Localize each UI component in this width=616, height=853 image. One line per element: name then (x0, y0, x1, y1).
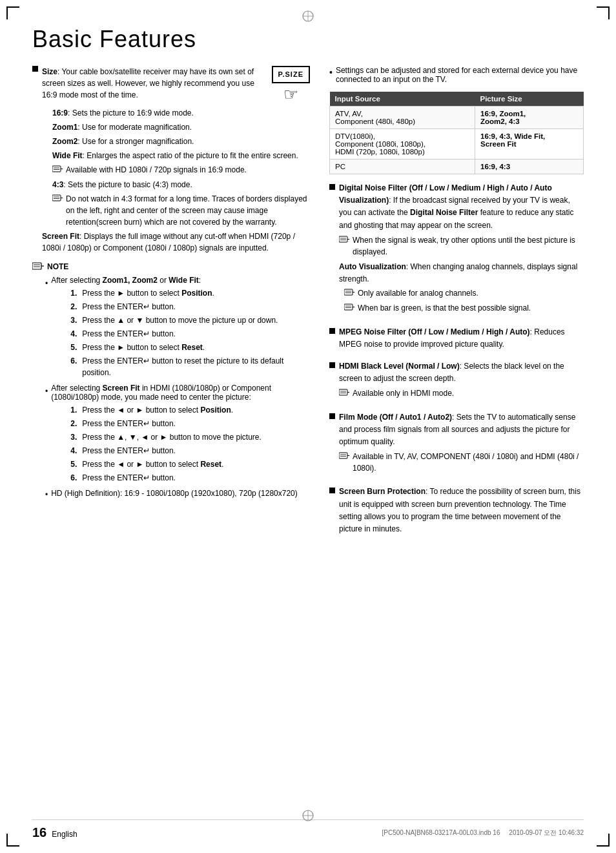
mpeg-noise-section: MPEG Noise Filter (Off / Low / Medium / … (329, 326, 584, 351)
svg-rect-28 (339, 453, 347, 458)
size-zoom1-item: Zoom1: Use for moderate magnification. (52, 121, 310, 133)
sf-num-4: 4. (70, 445, 82, 457)
auto-viz-note2: When bar is green, is that the best poss… (344, 302, 584, 314)
page-title: Basic Features (32, 26, 584, 53)
film-mode-text: Film Mode (Off / Auto1 / Auto2): Sets th… (339, 411, 584, 477)
screen-burn-header: Screen Burn Protection: To reduce the po… (329, 486, 584, 535)
corner-bl (6, 834, 19, 847)
zoom-step-4: 4. Press the ENTER↵ button. (70, 328, 310, 340)
table-cell-atv-input: ATV, AV,Component (480i, 480p) (330, 107, 475, 129)
digital-noise-header: Digital Noise Filter (Off / Low / Medium… (329, 182, 584, 317)
step-text-4: Press the ENTER↵ button. (82, 328, 176, 340)
hdmi-black-header: HDMI Black Level (Normal / Low): Selects… (329, 360, 584, 402)
bullet-sq-burn (329, 488, 335, 493)
size-section: Size: Your cable box/satellite receiver … (32, 66, 310, 256)
digital-noise-section: Digital Noise Filter (Off / Low / Medium… (329, 182, 584, 317)
bottom-compass-icon (302, 809, 314, 824)
top-compass-icon (302, 10, 314, 25)
screen-burn-section: Screen Burn Protection: To reduce the po… (329, 486, 584, 535)
settings-note: • Settings can be adjusted and stored fo… (329, 66, 584, 84)
film-mode-section: Film Mode (Off / Auto1 / Auto2): Sets th… (329, 411, 584, 477)
footer-date: 2010-09-07 오전 10:46:32 (509, 829, 584, 836)
sf-step-5: 5. Press the ◄ or ► button to select Res… (70, 458, 310, 470)
sf-step-3: 3. Press the ▲, ▼, ◄ or ► button to move… (70, 431, 310, 443)
hdmi-black-text: HDMI Black Level (Normal / Low): Selects… (339, 360, 584, 402)
pencil-digital-1 (339, 235, 349, 247)
page-number: 16 (32, 825, 46, 839)
sf-num-6: 6. (70, 472, 82, 484)
screen-fit-item: Screen Fit: Displays the full image with… (42, 231, 310, 254)
page-number-area: 16 English (32, 825, 77, 840)
settings-note-text: Settings can be adjusted and stored for … (336, 66, 584, 84)
step-num-1: 1. (70, 287, 82, 299)
note-bullet-3: • HD (High Definition): 16:9 - 1080i/108… (45, 489, 310, 499)
screenfit-steps: 1. Press the ◄ or ► button to select Pos… (70, 404, 310, 484)
note-section: NOTE • After selecting Zoom1, Zoom2 or W… (32, 262, 310, 499)
right-column: • Settings can be adjusted and stored fo… (329, 66, 584, 544)
hd-def-text: HD (High Definition): 16:9 - 1080i/1080p… (51, 489, 298, 498)
step-num-6: 6. (70, 355, 82, 378)
zoom-steps: 1. Press the ► button to select Position… (70, 287, 310, 378)
mpeg-noise-text: MPEG Noise Filter (Off / Low / Medium / … (339, 326, 584, 351)
digital-noise-note1: When the signal is weak, try other optio… (339, 234, 584, 258)
psize-button: P.SIZE (272, 66, 310, 83)
page: Basic Features Size: Your cable box/sate… (0, 0, 616, 853)
table-row-atv: ATV, AV,Component (480i, 480p) 16:9, Zoo… (330, 107, 584, 129)
bullet-sq-hdmi (329, 362, 335, 368)
pencil-hdmi-1 (339, 388, 349, 400)
zoom-step-3: 3. Press the ▲ or ▼ button to move the p… (70, 314, 310, 326)
film-note1-text: Available in TV, AV, COMPONENT (480i / 1… (353, 451, 584, 474)
43-note-text: Do not watch in 4:3 format for a long ti… (66, 193, 310, 228)
svg-rect-12 (339, 236, 347, 242)
note-body: • After selecting Zoom1, Zoom2 or Wide F… (45, 276, 310, 499)
note-bullet-1: • After selecting Zoom1, Zoom2 or Wide F… (45, 276, 310, 380)
hd-note: Available with HD 1080i / 720p signals i… (52, 164, 310, 176)
size-text: Size: Your cable box/satellite receiver … (42, 66, 265, 101)
corner-tr (597, 6, 610, 19)
table-cell-pc-input: PC (330, 159, 475, 174)
digital-noise-text: Digital Noise Filter (Off / Low / Medium… (339, 182, 584, 317)
step-text-5: Press the ► button to select Reset. (82, 342, 205, 353)
film-note1: Available in TV, AV, COMPONENT (480i / 1… (339, 451, 584, 474)
hd-note-text: Available with HD 1080i / 720p signals i… (66, 164, 247, 176)
film-mode-header: Film Mode (Off / Auto1 / Auto2): Sets th… (329, 411, 584, 477)
svg-rect-8 (32, 263, 41, 269)
sf-text-2: Press the ENTER↵ button. (82, 418, 176, 429)
size-desc: : Your cable box/satellite receiver may … (42, 67, 254, 99)
table-row-dtv: DTV(1080i),Component (1080i, 1080p),HDMI… (330, 129, 584, 159)
sf-num-2: 2. (70, 418, 82, 429)
screen-burn-text: Screen Burn Protection: To reduce the po… (339, 486, 584, 535)
hdmi-note1-text: Available only in HDMI mode. (353, 387, 454, 399)
pencil-auto-1 (344, 288, 354, 300)
auto-visualization-text: Auto Visualization: When changing analog… (339, 261, 584, 285)
sf-text-1: Press the ◄ or ► button to select Positi… (82, 404, 233, 416)
table-cell-dtv-input: DTV(1080i),Component (1080i, 1080p),HDMI… (330, 129, 475, 159)
sf-num-3: 3. (70, 431, 82, 443)
sf-text-4: Press the ENTER↵ button. (82, 445, 176, 457)
note-bullet-2-content: After selecting Screen Fit in HDMI (1080… (51, 384, 310, 486)
note-b1-text: After selecting Zoom1, Zoom2 or Wide Fit… (51, 276, 201, 285)
corner-tl (6, 6, 19, 19)
svg-rect-4 (52, 195, 61, 201)
svg-rect-24 (339, 389, 347, 395)
page-lang: English (52, 830, 77, 839)
svg-rect-16 (344, 289, 353, 295)
bullet-sq-mpeg (329, 328, 335, 334)
bullet-dot-1: • (45, 279, 48, 288)
step-text-6: Press the ENTER↵ button to reset the pic… (82, 355, 310, 378)
mpeg-noise-header: MPEG Noise Filter (Off / Low / Medium / … (329, 326, 584, 351)
bullet-square-size (32, 66, 38, 72)
size-widefit-item: Wide Fit: Enlarges the aspect ratio of t… (52, 150, 310, 161)
svg-rect-0 (52, 166, 61, 172)
step-num-2: 2. (70, 301, 82, 313)
step-text-1: Press the ► button to select Position. (82, 287, 214, 299)
size-content: Size: Your cable box/satellite receiver … (42, 66, 310, 256)
zoom-step-6: 6. Press the ENTER↵ button to reset the … (70, 355, 310, 378)
bullet-dot-3: • (45, 490, 48, 499)
pencil-icon-hd (52, 165, 63, 176)
step-text-2: Press the ENTER↵ button. (82, 301, 176, 313)
step-num-3: 3. (70, 314, 82, 326)
step-num-4: 4. (70, 328, 82, 340)
sf-num-1: 1. (70, 404, 82, 416)
bullet-sq-film (329, 413, 335, 419)
